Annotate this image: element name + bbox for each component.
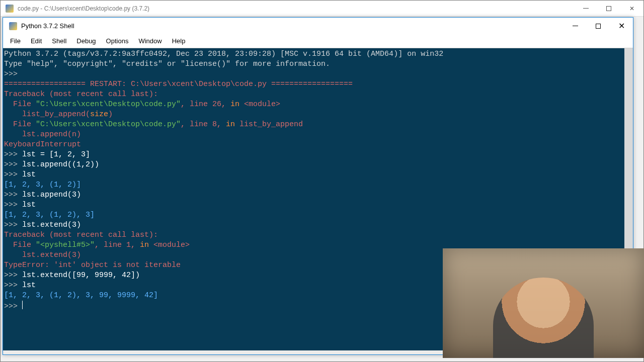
traceback-head: Traceback (most recent call last): xyxy=(4,230,630,240)
banner-line: Type "help", "copyright", "credits" or "… xyxy=(4,59,630,69)
bg-maximize-button[interactable] xyxy=(597,1,620,16)
repl-output: [1, 2, 3, (1, 2), 3] xyxy=(4,210,630,220)
webcam-overlay xyxy=(443,248,644,358)
background-window-controls: ✕ xyxy=(574,1,643,16)
menu-debug[interactable]: Debug xyxy=(71,36,101,46)
minimize-button[interactable] xyxy=(564,18,587,34)
repl-output: [1, 2, 3, (1, 2)] xyxy=(4,180,630,190)
repl-line: >>> lst.append((1,2)) xyxy=(4,160,630,170)
repl-line: >>> lst = [1, 2, 3] xyxy=(4,150,630,160)
menu-edit[interactable]: Edit xyxy=(26,36,47,46)
maximize-button[interactable] xyxy=(587,18,610,34)
repl-line: >>> lst xyxy=(4,170,630,180)
shell-window-title: Python 3.7.2 Shell xyxy=(21,22,564,30)
text-cursor xyxy=(22,301,23,309)
traceback-file: File "C:\Users\xcent\Desktop\code.py", l… xyxy=(4,120,630,130)
menu-options[interactable]: Options xyxy=(101,36,134,46)
shell-window-controls: ✕ xyxy=(564,18,633,34)
traceback-src: list_by_append(size) xyxy=(4,110,630,120)
keyboard-interrupt: KeyboardInterrupt xyxy=(4,140,630,150)
menu-bar: File Edit Shell Debug Options Window Hel… xyxy=(3,34,633,48)
repl-line: >>> lst.extend(3) xyxy=(4,220,630,230)
traceback-src: lst.append(n) xyxy=(4,130,630,140)
repl-line: >>> lst.append(3) xyxy=(4,190,630,200)
traceback-file: File "C:\Users\xcent\Desktop\code.py", l… xyxy=(4,100,630,110)
background-titlebar: code.py - C:\Users\xcent\Desktop\code.py… xyxy=(1,1,643,17)
banner-line: Python 3.7.2 (tags/v3.7.2:9a3ffc0492, De… xyxy=(4,49,630,59)
shell-titlebar[interactable]: Python 3.7.2 Shell ✕ xyxy=(3,18,633,34)
menu-window[interactable]: Window xyxy=(133,36,167,46)
traceback-head: Traceback (most recent call last): xyxy=(4,89,630,100)
bg-close-button[interactable]: ✕ xyxy=(620,1,643,16)
repl-line: >>> lst xyxy=(4,200,630,210)
prompt-line: >>> xyxy=(4,69,630,79)
restart-line: ================== RESTART: C:\Users\xce… xyxy=(4,79,630,89)
menu-shell[interactable]: Shell xyxy=(47,36,71,46)
menu-help[interactable]: Help xyxy=(167,36,191,46)
python-file-icon xyxy=(6,5,14,13)
close-button[interactable]: ✕ xyxy=(610,18,633,34)
menu-file[interactable]: File xyxy=(5,36,26,46)
background-window-title: code.py - C:\Users\xcent\Desktop\code.py… xyxy=(18,5,574,12)
presenter-figure xyxy=(493,278,594,358)
python-shell-icon xyxy=(9,22,17,30)
bg-minimize-button[interactable] xyxy=(574,1,597,16)
